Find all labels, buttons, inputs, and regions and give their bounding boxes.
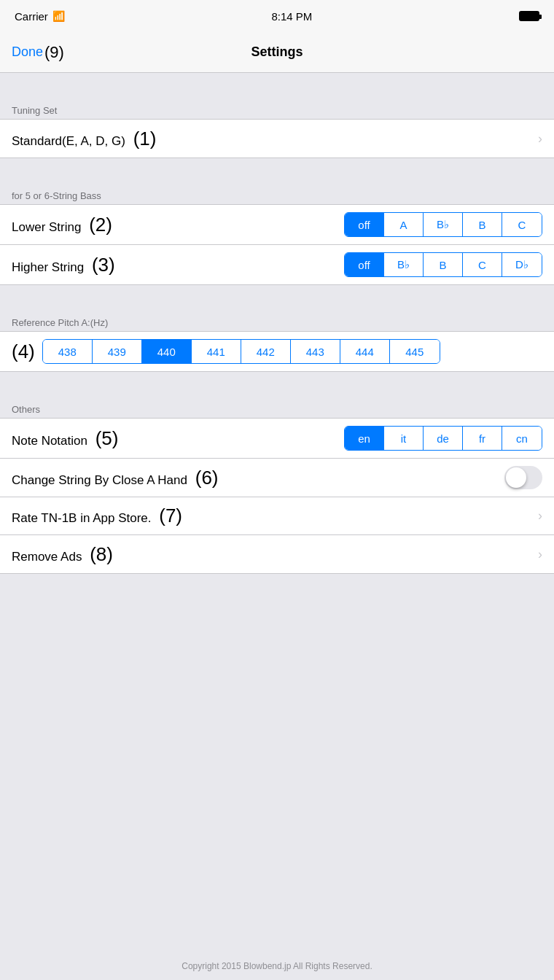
lower-b-btn[interactable]: B (463, 213, 502, 236)
remove-ads-chevron-icon: › (538, 547, 542, 562)
done-label: Done (12, 44, 43, 60)
toggle-knob (506, 467, 526, 488)
higher-string-row: Higher String (3) off B♭ B C D♭ (0, 245, 554, 284)
ref-pitch-segmented[interactable]: 438 439 440 441 442 443 444 445 (42, 339, 440, 364)
string-bass-header: for 5 or 6-String Bass (0, 184, 554, 204)
footer-text: Copyright 2015 Blowbend.jp All Rights Re… (182, 961, 372, 971)
lower-string-segmented[interactable]: off A B♭ B C (344, 212, 542, 237)
status-bar: Carrier 📶 8:14 PM (0, 0, 554, 32)
section-gap-1 (0, 73, 554, 99)
nav-bar: Done (9) Settings (0, 32, 554, 73)
higher-string-label: Higher String (3) (12, 254, 344, 276)
remove-ads-label: Remove Ads (8) (12, 543, 532, 566)
section-gap-2 (0, 158, 554, 184)
remove-ads-row[interactable]: Remove Ads (8) › (0, 535, 554, 573)
section-gap-4 (0, 372, 554, 398)
pitch-439-btn[interactable]: 439 (93, 340, 142, 363)
lower-off-btn[interactable]: off (345, 213, 384, 236)
chevron-right-icon: › (538, 131, 542, 147)
higher-b-btn[interactable]: B (424, 253, 463, 276)
others-header: Others (0, 398, 554, 418)
notation-fr-btn[interactable]: fr (463, 427, 502, 450)
pitch-443-btn[interactable]: 443 (291, 340, 340, 363)
lower-a-btn[interactable]: A (384, 213, 424, 236)
tuning-set-row[interactable]: Standard(E, A, D, G) (1) › (0, 120, 554, 158)
tuning-set-header: Tuning Set (0, 99, 554, 119)
note-notation-row: Note Notation (5) en it de fr cn (0, 419, 554, 459)
notation-de-btn[interactable]: de (424, 427, 463, 450)
ref-pitch-section: (4) 438 439 440 441 442 443 444 445 (0, 331, 554, 372)
change-string-row: Change String By Close A Hand (6) (0, 459, 554, 497)
pitch-445-btn[interactable]: 445 (390, 340, 440, 363)
higher-string-segmented[interactable]: off B♭ B C D♭ (344, 252, 542, 277)
section-gap-3 (0, 285, 554, 311)
string-bass-section: Lower String (2) off A B♭ B C Higher Str… (0, 204, 554, 285)
lower-string-label: Lower String (2) (12, 214, 344, 236)
ref-pitch-count: (4) (12, 341, 35, 363)
wifi-icon: 📶 (52, 10, 65, 22)
ref-pitch-header: Reference Pitch A:(Hz) (0, 311, 554, 331)
tuning-set-section: Standard(E, A, D, G) (1) › (0, 119, 554, 158)
tuning-set-label: Standard(E, A, D, G) (1) (12, 128, 532, 150)
battery-icon (519, 11, 539, 21)
change-string-label: Change String By Close A Hand (6) (12, 467, 504, 489)
higher-c-btn[interactable]: C (463, 253, 502, 276)
note-notation-label: Note Notation (5) (12, 427, 344, 450)
pitch-444-btn[interactable]: 444 (340, 340, 390, 363)
change-string-toggle[interactable] (504, 466, 542, 489)
pitch-442-btn[interactable]: 442 (241, 340, 291, 363)
note-notation-segmented[interactable]: en it de fr cn (344, 426, 542, 451)
lower-string-row: Lower String (2) off A B♭ B C (0, 205, 554, 245)
higher-db-btn[interactable]: D♭ (502, 253, 542, 276)
status-time: 8:14 PM (271, 10, 312, 23)
rate-app-label: Rate TN-1B in App Store. (7) (12, 505, 532, 527)
higher-off-btn[interactable]: off (345, 253, 384, 276)
lower-c-btn[interactable]: C (502, 213, 542, 236)
notation-it-btn[interactable]: it (384, 427, 424, 450)
status-battery (519, 11, 539, 21)
notation-en-btn[interactable]: en (345, 427, 384, 450)
pitch-438-btn[interactable]: 438 (43, 340, 93, 363)
rate-app-row[interactable]: Rate TN-1B in App Store. (7) › (0, 497, 554, 535)
carrier-label: Carrier (15, 10, 48, 23)
rate-app-chevron-icon: › (538, 508, 542, 524)
status-carrier: Carrier 📶 (15, 10, 65, 23)
pitch-440-btn[interactable]: 440 (142, 340, 192, 363)
notation-cn-btn[interactable]: cn (502, 427, 542, 450)
footer: Copyright 2015 Blowbend.jp All Rights Re… (0, 952, 554, 980)
done-button[interactable]: Done (9) (12, 43, 64, 62)
bottom-gap (0, 574, 554, 952)
pitch-441-btn[interactable]: 441 (192, 340, 241, 363)
page-title: Settings (251, 44, 303, 60)
ref-pitch-row: (4) 438 439 440 441 442 443 444 445 (0, 332, 554, 371)
done-count: (9) (44, 43, 64, 62)
higher-bb-btn[interactable]: B♭ (384, 253, 424, 276)
lower-bb-btn[interactable]: B♭ (424, 213, 463, 236)
others-section: Note Notation (5) en it de fr cn Change … (0, 418, 554, 574)
